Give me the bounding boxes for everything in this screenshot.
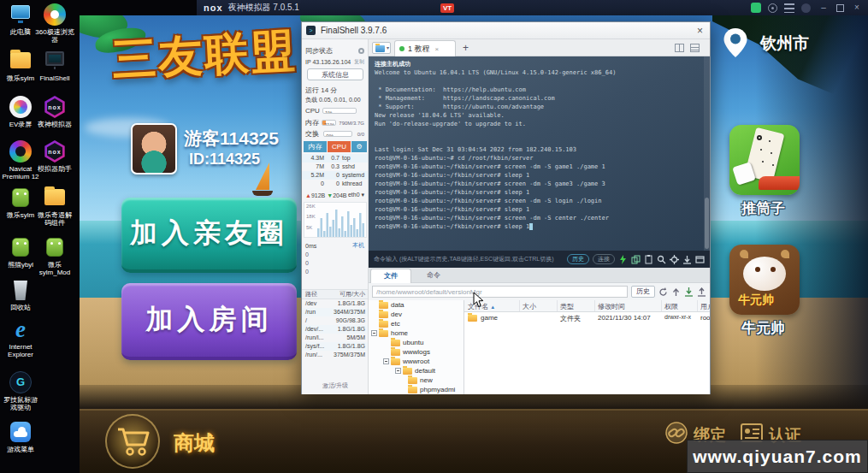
process-row[interactable]: 7M0.3sshd	[302, 163, 369, 171]
cpu-progressbar: 1%	[322, 108, 357, 114]
tree-item-default[interactable]: default	[395, 366, 435, 375]
join-club-button[interactable]: 加入亲友圈	[121, 198, 297, 273]
paste-icon[interactable]	[644, 255, 653, 264]
side-game-niuyuanshuai[interactable]: 牛元帅	[729, 245, 800, 315]
desktop-icon-recycle-bin[interactable]: 回收站	[1, 279, 40, 311]
nox-close-button[interactable]: ×	[851, 3, 863, 13]
desktop-icon-nox[interactable]: nox夜神模拟器	[35, 96, 74, 128]
desktop-icon-nox-helper[interactable]: nox模拟器助手	[35, 140, 74, 173]
terminal-line	[375, 77, 710, 86]
player-name: 游客114325	[184, 127, 279, 151]
session-tab-active[interactable]: 1 教程 ×	[394, 40, 456, 56]
lightning-icon[interactable]	[618, 255, 628, 264]
refresh-icon[interactable]	[658, 287, 668, 297]
nox-message-icon[interactable]	[751, 3, 761, 13]
column-owner[interactable]: 用户	[700, 302, 710, 311]
copy-icon[interactable]	[631, 255, 641, 264]
ping-target-link[interactable]: 本机	[352, 241, 364, 250]
tree-item-data[interactable]: data	[379, 300, 404, 310]
nox-record-icon[interactable]	[768, 3, 777, 13]
sync-gear-icon[interactable]	[358, 48, 364, 54]
path-input[interactable]	[372, 286, 628, 298]
search-icon[interactable]	[657, 255, 666, 264]
collapse-icon[interactable]	[395, 368, 401, 374]
gear-icon[interactable]	[670, 255, 679, 264]
download-transfer-icon[interactable]	[684, 287, 694, 297]
network-row[interactable]: ▲912B ▼204B eth0 ▾	[305, 192, 364, 198]
disk-row[interactable]: /dev/...1.8G/1.8G	[302, 325, 369, 334]
tree-item-wwwlogs[interactable]: wwwlogs	[391, 347, 430, 357]
tree-item-new[interactable]: new	[408, 375, 433, 385]
nox-maximize-button[interactable]	[836, 4, 844, 12]
copy-ip-link[interactable]: 复制	[354, 58, 364, 66]
finalshell-window: > FinalShell 3.9.7.6 × 同步状态 IP 43.136.26…	[301, 21, 711, 394]
tab-memory[interactable]: 内存	[304, 141, 327, 152]
terminal-scrollbar[interactable]	[704, 56, 710, 251]
session-tab-close-icon[interactable]: ×	[435, 45, 440, 53]
download-icon[interactable]	[682, 255, 692, 264]
tree-item-phpmyadmin[interactable]: phpmyadmi	[408, 385, 455, 394]
finalshell-close-button[interactable]: ×	[697, 25, 703, 37]
desktop-icon-logitech-driver[interactable]: G罗技鼠标游戏驱动	[1, 371, 40, 411]
terminal-line: New release '18.04.6 LTS' available.	[375, 111, 710, 120]
history-button[interactable]: 历史	[567, 254, 589, 264]
window-icon[interactable]	[695, 255, 705, 264]
desktop-icon-weile-mod[interactable]: 微乐sylm_Mod	[35, 236, 74, 276]
sysinfo-button[interactable]: 系统信息	[307, 68, 363, 80]
tree-item-etc[interactable]: etc	[379, 319, 400, 328]
tab-files[interactable]: 文件	[370, 269, 411, 283]
new-tab-button[interactable]: +	[463, 42, 469, 54]
disk-row[interactable]: /dev1.8G/1.8G	[302, 299, 369, 308]
path-history-button[interactable]: 历史	[631, 286, 655, 298]
tab-settings[interactable]: ⚙	[351, 141, 367, 152]
column-mtime[interactable]: 修改时间	[598, 302, 625, 311]
side-game-tuitongzi[interactable]	[729, 125, 800, 195]
tree-item-home[interactable]: home	[371, 328, 408, 338]
process-row[interactable]: 00kthread	[302, 180, 369, 188]
up-level-icon[interactable]	[671, 287, 681, 297]
layout-list-icon[interactable]	[690, 44, 700, 52]
disk-row[interactable]: /90G/98.3G	[302, 316, 369, 325]
disk-row[interactable]: /run/...375M/375M	[302, 351, 369, 359]
nox-menu-icon[interactable]	[784, 3, 794, 13]
process-row[interactable]: 4.3M0.7top	[302, 154, 369, 163]
column-perm[interactable]: 权限	[664, 302, 678, 311]
file-perm: drwxr-xr-x	[664, 314, 691, 320]
connect-button[interactable]: 连接	[593, 254, 615, 264]
collapse-icon[interactable]	[383, 358, 389, 364]
desktop-icon-decoder-folder[interactable]: 微乐奇遇解码组件	[35, 186, 74, 227]
desktop-icon-ie[interactable]: eInternet Explorer	[1, 318, 40, 358]
finalshell-titlebar[interactable]: > FinalShell 3.9.7.6 ×	[302, 22, 710, 39]
player-avatar[interactable]	[131, 123, 177, 174]
disk-row[interactable]: /sys/f...1.8G/1.8G	[302, 342, 369, 351]
shop-button[interactable]: 商城	[105, 412, 259, 472]
desktop-icon-finalshell[interactable]: FinalShell	[35, 50, 74, 82]
file-row-game[interactable]: game 文件夹 2021/11/30 14:07 drwxr-xr-x roo	[464, 312, 710, 323]
tree-item-dev[interactable]: dev	[379, 310, 402, 319]
watermark: www.qiyuan7.com	[687, 440, 868, 473]
disk-row[interactable]: /run364M/375M	[302, 308, 369, 316]
process-row[interactable]: 5.2M0systemd	[302, 171, 369, 180]
join-room-button[interactable]: 加入房间	[121, 283, 297, 360]
terminal[interactable]: 连接主机成功 Welcome to Ubuntu 16.04.1 LTS (GN…	[369, 56, 710, 251]
activate-upgrade-link[interactable]: 激活/升级	[302, 381, 369, 390]
command-bar[interactable]: 命令输入 (按ALT键提示历史,TAB键路径,ESC键返回,双击CTRL切换) …	[369, 251, 710, 268]
nox-minimize-button[interactable]: –	[818, 3, 830, 13]
tab-cpu[interactable]: CPU	[328, 141, 351, 152]
nox-theme-icon[interactable]	[801, 3, 811, 13]
location-badge[interactable]: 钦州市	[723, 26, 851, 62]
layout-grid-icon[interactable]	[675, 44, 684, 52]
upload-transfer-icon[interactable]	[697, 287, 706, 297]
file-list-header[interactable]: 文件名 ▲ 大小 类型 修改时间 权限 用户	[464, 300, 710, 312]
disk-row[interactable]: /run/l...5M/5M	[302, 334, 369, 342]
tab-commands[interactable]: 命令	[413, 269, 454, 283]
column-type[interactable]: 类型	[560, 302, 574, 311]
column-size[interactable]: 大小	[523, 302, 536, 311]
desktop-icon-360-browser[interactable]: 360极速浏览器	[35, 3, 74, 44]
connections-dropdown-button[interactable]: ▾	[372, 42, 391, 54]
desktop-icon-game-menu[interactable]: 游戏菜单	[1, 421, 40, 453]
nox-titlebar[interactable]: nox 夜神模拟器 7.0.5.1 VT – ×	[197, 0, 868, 15]
collapse-icon[interactable]	[371, 330, 377, 336]
tree-item-ubuntu[interactable]: ubuntu	[391, 338, 423, 347]
tree-item-wwwroot[interactable]: wwwroot	[383, 357, 429, 366]
